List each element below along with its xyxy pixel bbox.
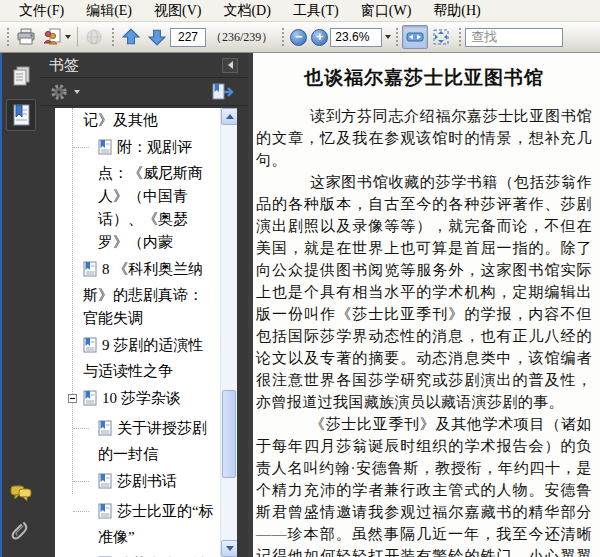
menu-file[interactable]: 文件(F): [8, 1, 75, 21]
bookmark-page-icon: [98, 139, 112, 162]
bookmark-page-icon: [98, 420, 112, 443]
pages-panel-button[interactable]: [6, 61, 36, 93]
bookmark-item[interactable]: 莎士比亚的“标准像”: [55, 500, 217, 549]
toolbar-separator: [77, 27, 78, 47]
bookmark-item[interactable]: 8 《科利奥兰纳斯》的悲剧真谛：官能失调: [55, 258, 217, 330]
page-up-icon: [122, 28, 140, 46]
print-icon: [16, 28, 36, 46]
menu-tools[interactable]: 工具(T): [282, 1, 350, 21]
bookmark-page-icon: [83, 337, 97, 360]
menu-view[interactable]: 视图(V): [143, 1, 212, 21]
bookmark-item-continuation[interactable]: 记》及其他: [55, 109, 217, 132]
document-paragraph: 读到方芬同志介绍福尔嘉莎士比亚图书馆的文章，忆及我在参观该馆时的情景，想补充几句…: [256, 105, 592, 171]
globe-icon: [85, 28, 103, 46]
fit-page-button[interactable]: [428, 25, 454, 49]
options-dropdown-caret[interactable]: [74, 90, 80, 94]
menu-help[interactable]: 帮助(H): [422, 1, 491, 21]
bookmark-page-icon: [83, 390, 97, 413]
toolbar-grip[interactable]: [5, 26, 10, 48]
options-gear-button[interactable]: [49, 82, 71, 102]
menu-document[interactable]: 文档(D): [212, 1, 281, 21]
menu-window[interactable]: 窗口(W): [350, 1, 423, 21]
attachments-panel-button[interactable]: [6, 515, 36, 547]
comments-panel-button[interactable]: [6, 477, 36, 509]
comments-icon: [9, 483, 33, 503]
collapse-expander-icon[interactable]: [68, 394, 77, 403]
fit-page-icon: [431, 28, 451, 46]
zoom-out-button[interactable]: [290, 29, 307, 46]
collapse-panel-button[interactable]: [222, 58, 238, 73]
bookmarks-icon: [10, 103, 32, 128]
toolbar: （236/239）: [0, 22, 600, 53]
document-title: 也谈福尔嘉莎士比亚图书馆: [256, 65, 592, 91]
tree-scrollbar[interactable]: [220, 108, 237, 557]
bookmark-item[interactable]: 从莎士比亚姓氏的歧异拼法说起: [55, 553, 217, 557]
next-page-button[interactable]: [144, 25, 170, 49]
menu-bar: 文件(F) 编辑(E) 视图(V) 文档(D) 工具(T) 窗口(W) 帮助(H…: [0, 0, 600, 22]
toolbar-grip[interactable]: [280, 26, 285, 48]
bookmark-item[interactable]: 莎剧书话: [55, 470, 217, 496]
sidebar-title: 书签: [49, 56, 79, 75]
bookmark-page-icon: [83, 261, 97, 284]
menu-edit[interactable]: 编辑(E): [75, 1, 143, 21]
share-button-disabled: [81, 25, 107, 49]
toolbar-grip[interactable]: [394, 26, 399, 48]
bookmark-page-icon: [98, 503, 112, 526]
pdf-reader-window: 文件(F) 编辑(E) 视图(V) 文档(D) 工具(T) 窗口(W) 帮助(H…: [0, 0, 600, 557]
previous-page-button[interactable]: [118, 25, 144, 49]
zoom-level-input[interactable]: [330, 28, 382, 47]
page-down-icon: [148, 28, 166, 46]
page-count-label: （236/239）: [210, 29, 273, 46]
bookmarks-sidebar: 书签 记》及其他: [40, 53, 248, 557]
paperclip-icon: [11, 519, 31, 543]
document-paragraph: 《莎士比亚季刊》及其他学术项目（诸如于每年四月莎翁诞辰时组织的学术报告会）的负责…: [256, 413, 592, 557]
fit-width-button[interactable]: [402, 25, 428, 49]
bookmark-item-expanded[interactable]: 10 莎学杂谈: [55, 387, 217, 413]
document-paragraph: 这家图书馆收藏的莎学书籍（包括莎翁作品的各种版本，自古至今的各种莎评著作、莎剧演…: [256, 171, 592, 413]
bookmark-item[interactable]: 附：观剧评点：《威尼斯商人》（中国青话）、《奥瑟罗》（内蒙: [55, 136, 217, 254]
collaborate-dropdown-caret: [65, 35, 71, 39]
sidebar-toolbar: [40, 78, 248, 106]
bookmark-item[interactable]: 关于讲授莎剧的一封信: [55, 417, 217, 466]
goto-bookmark-button[interactable]: [210, 82, 234, 102]
page-number-input[interactable]: [170, 28, 206, 47]
bookmark-item[interactable]: 9 莎剧的适演性与适读性之争: [55, 334, 217, 383]
collaborate-icon: [42, 28, 62, 46]
scroll-up-icon: [226, 114, 234, 119]
find-input[interactable]: [465, 28, 563, 47]
fit-width-icon: [405, 29, 425, 45]
sidebar-header: 书签: [40, 53, 248, 78]
toolbar-grip[interactable]: [110, 26, 115, 48]
scroll-down-icon: [226, 546, 234, 551]
collapse-left-icon: [228, 61, 233, 69]
scroll-up-button[interactable]: [221, 108, 237, 125]
document-area: 也谈福尔嘉莎士比亚图书馆 读到方芬同志介绍福尔嘉莎士比亚图书馆的文章，忆及我在参…: [248, 53, 600, 557]
navigation-rail: [2, 53, 40, 557]
main-area: 书签 记》及其他: [0, 53, 600, 557]
document-page: 也谈福尔嘉莎士比亚图书馆 读到方芬同志介绍福尔嘉莎士比亚图书馆的文章，忆及我在参…: [253, 53, 600, 557]
scroll-down-button[interactable]: [221, 540, 237, 557]
bookmark-page-icon: [98, 473, 112, 496]
toolbar-grip[interactable]: [457, 26, 462, 48]
zoom-dropdown-caret[interactable]: [385, 35, 391, 39]
zoom-in-button[interactable]: [311, 29, 328, 46]
collaborate-button[interactable]: [39, 25, 74, 49]
bookmarks-panel-button[interactable]: [6, 99, 36, 131]
print-button[interactable]: [13, 25, 39, 49]
bookmark-tree: 记》及其他 附：观剧评点：《威尼斯商人》（中国青话）、《奥瑟罗》（内蒙 8 《科…: [55, 108, 237, 557]
scrollbar-thumb[interactable]: [222, 390, 236, 478]
pages-icon: [10, 65, 32, 89]
